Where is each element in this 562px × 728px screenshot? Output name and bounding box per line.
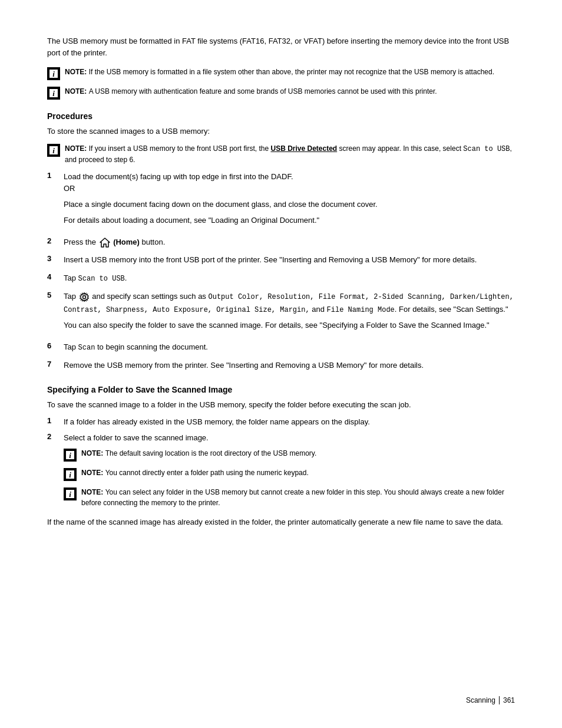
step-7-text: Remove the USB memory from the printer. … <box>64 361 424 370</box>
step-4-content: Tap Scan to USB. <box>64 272 515 285</box>
svg-text:i: i <box>69 470 71 479</box>
step-6-post: to begin scanning the document. <box>95 342 208 351</box>
specifying-steps: 1 If a folder has already existed in the… <box>47 416 515 444</box>
step-4-mono: Scan to USB <box>78 275 125 283</box>
note-icon-pre: i <box>47 144 60 157</box>
procedures-pre-note: i NOTE: If you insert a USB memory to th… <box>47 143 515 165</box>
spec-step-2-number: 2 <box>47 432 64 441</box>
spec-step-1: 1 If a folder has already existed in the… <box>47 416 515 429</box>
note-2-text: NOTE: A USB memory with authentication f… <box>65 86 437 97</box>
step-6-pre: Tap <box>64 342 78 351</box>
step-5-content: Tap and specify scan settings such as Ou… <box>64 291 515 335</box>
note-1-content: If the USB memory is formatted in a file… <box>89 68 494 76</box>
spec-note-2-label: NOTE: <box>81 469 105 477</box>
note-2: i NOTE: A USB memory with authentication… <box>47 86 515 100</box>
step-6: 6 Tap Scan to begin scanning the documen… <box>47 341 515 354</box>
note-icon-2: i <box>47 87 60 100</box>
svg-text:i: i <box>69 490 71 499</box>
step-6-content: Tap Scan to begin scanning the document. <box>64 341 515 354</box>
step-2-content: Press the (Home) button. <box>64 236 515 249</box>
step-5-sub: You can also specify the folder to save … <box>64 319 515 332</box>
step-7-content: Remove the USB memory from the printer. … <box>64 360 515 372</box>
step-4: 4 Tap Scan to USB. <box>47 272 515 285</box>
page-content: The USB memory must be formatted in FAT … <box>0 0 562 728</box>
specifying-intro: To save the scanned image to a folder in… <box>47 399 515 411</box>
svg-marker-6 <box>100 238 110 247</box>
spec-step-1-content: If a folder has already existed in the U… <box>64 416 515 429</box>
procedures-heading: Procedures <box>47 111 515 121</box>
procedures-steps: 1 Load the document(s) facing up with to… <box>47 171 515 372</box>
specifying-notes: i NOTE: The default saving location is t… <box>64 448 515 508</box>
step-1-or: OR <box>64 183 515 195</box>
spec-note-3-content: You can select any folder in the USB mem… <box>81 488 504 507</box>
home-icon <box>100 238 110 247</box>
footer-label: Scanning <box>466 696 495 704</box>
pre-note-text2: screen may appear. In this case, select <box>337 144 463 153</box>
step-5-main: Tap and specify scan settings such as Ou… <box>64 291 515 315</box>
specifying-heading: Specifying a Folder to Save the Scanned … <box>47 385 515 394</box>
footer-divider <box>499 696 500 704</box>
svg-text:i: i <box>52 146 55 155</box>
step-3-content: Insert a USB memory into the front USB p… <box>64 254 515 266</box>
step-6-number: 6 <box>47 341 64 350</box>
page-footer: Scanning 361 <box>466 696 515 704</box>
spec-step-1-number: 1 <box>47 416 64 425</box>
footer-page-number: 361 <box>503 696 515 704</box>
step-3: 3 Insert a USB memory into the front USB… <box>47 254 515 266</box>
spec-note-icon-3: i <box>64 487 77 500</box>
step-1-number: 1 <box>47 171 64 180</box>
spec-note-icon-1: i <box>64 449 77 462</box>
gear-icon <box>80 292 89 302</box>
spec-note-3: i NOTE: You can select any folder in the… <box>64 487 515 508</box>
step-5: 5 Tap and specify scan settings such as … <box>47 291 515 335</box>
spec-note-2: i NOTE: You cannot directly enter a fold… <box>64 467 515 481</box>
step-7: 7 Remove the USB memory from the printer… <box>47 360 515 372</box>
step-5-end: . For details, see "Scan Settings." <box>395 305 508 314</box>
step-2-number: 2 <box>47 236 64 245</box>
note-1: i NOTE: If the USB memory is formatted i… <box>47 67 515 80</box>
spec-note-3-text: NOTE: You can select any folder in the U… <box>81 487 515 508</box>
spec-note-2-content: You cannot directly enter a folder path … <box>105 469 309 477</box>
pre-note-mono: Scan to USB <box>463 145 510 153</box>
spec-note-3-label: NOTE: <box>81 488 105 496</box>
step-5-file-naming: File Naming Mode <box>327 306 395 314</box>
spec-step-2-content: Select a folder to save the scanned imag… <box>64 432 515 444</box>
step-2: 2 Press the (Home) button. <box>47 236 515 249</box>
step-1-content: Load the document(s) facing up with top … <box>64 171 515 230</box>
step-5-pre: Tap <box>64 292 78 301</box>
step-2-bold: (Home) <box>113 238 140 246</box>
procedures-intro: To store the scanned images to a USB mem… <box>47 126 515 137</box>
step-4-pre: Tap <box>64 274 78 282</box>
step-1-text: Load the document(s) facing up with top … <box>64 172 293 181</box>
step-2-pre: Press the <box>64 238 98 246</box>
spec-step-2: 2 Select a folder to save the scanned im… <box>47 432 515 444</box>
note-2-label: NOTE: <box>65 87 89 95</box>
procedures-pre-note-text: NOTE: If you insert a USB memory to the … <box>65 143 515 165</box>
step-4-number: 4 <box>47 272 64 281</box>
note-1-text: NOTE: If the USB memory is formatted in … <box>65 67 494 77</box>
step-3-number: 3 <box>47 254 64 263</box>
svg-point-7 <box>82 296 85 299</box>
pre-note-label: NOTE: <box>65 144 89 153</box>
specifying-final-text: If the name of the scanned image has alr… <box>47 516 515 528</box>
spec-note-icon-2: i <box>64 468 77 481</box>
step-5-and: and <box>310 305 327 314</box>
svg-text:i: i <box>52 70 55 78</box>
spec-note-1-text: NOTE: The default saving location is the… <box>81 448 316 459</box>
note-icon-1: i <box>47 67 60 80</box>
step-6-mono: Scan <box>78 344 95 352</box>
step-4-post: . <box>125 274 127 282</box>
spec-note-1-label: NOTE: <box>81 449 105 457</box>
step-3-text: Insert a USB memory into the front USB p… <box>64 255 477 264</box>
intro-paragraph: The USB memory must be formatted in FAT … <box>47 35 515 58</box>
spec-note-1-content: The default saving location is the root … <box>105 449 317 457</box>
step-1: 1 Load the document(s) facing up with to… <box>47 171 515 230</box>
step-1-sub2: For details about loading a document, se… <box>64 215 515 227</box>
spec-note-2-text: NOTE: You cannot directly enter a folder… <box>81 467 309 478</box>
svg-text:i: i <box>52 89 55 98</box>
spec-note-1: i NOTE: The default saving location is t… <box>64 448 515 462</box>
note-1-label: NOTE: <box>65 68 89 76</box>
note-2-content: A USB memory with authentication feature… <box>89 87 437 95</box>
pre-note-text1: If you insert a USB memory to the front … <box>89 144 271 153</box>
step-1-sub1: Place a single document facing down on t… <box>64 199 515 211</box>
